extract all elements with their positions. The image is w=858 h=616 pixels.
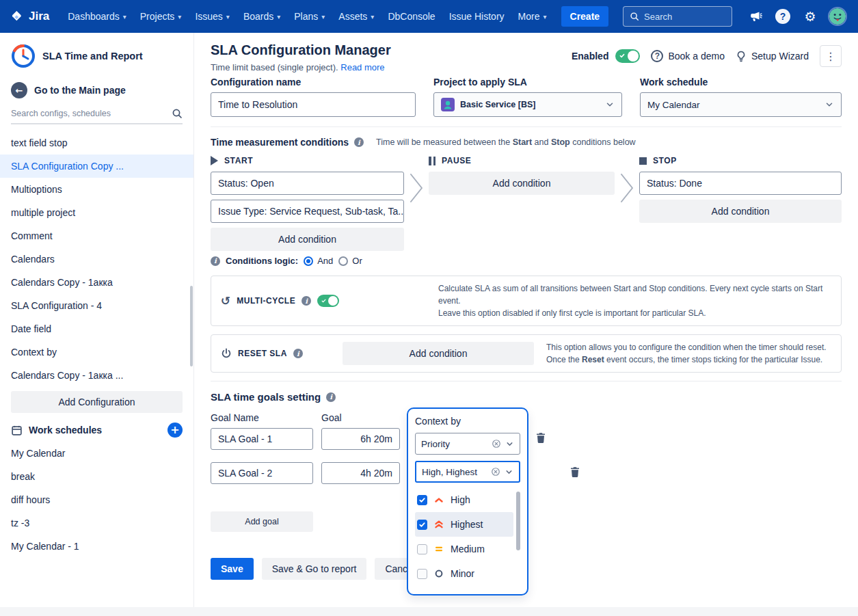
conditions-logic-label: Conditions logic:: [226, 256, 298, 266]
config-item[interactable]: text field stop: [0, 131, 193, 155]
context-values-select[interactable]: High, Highest: [415, 461, 520, 483]
goal-name-input[interactable]: [211, 428, 313, 450]
page-bottom-strip: [0, 607, 858, 616]
config-item[interactable]: Date field: [0, 317, 193, 340]
global-search[interactable]: [623, 6, 732, 27]
start-condition-chip[interactable]: Status: Open: [211, 172, 404, 195]
add-configuration-button[interactable]: Add Configuration: [11, 391, 183, 413]
dropdown-option-medium[interactable]: Medium: [415, 537, 513, 561]
add-condition-button-reset[interactable]: Add condition: [343, 342, 534, 365]
add-schedule-button[interactable]: [167, 423, 183, 438]
schedule-item[interactable]: My Calendar - 1: [0, 535, 193, 558]
book-a-demo-button[interactable]: Book a demo: [651, 50, 725, 62]
stop-condition-chip[interactable]: Status: Done: [639, 172, 842, 195]
back-to-main-button[interactable]: Go to the Main page: [0, 82, 193, 98]
checkbox-icon[interactable]: [417, 569, 427, 579]
add-condition-button-pause[interactable]: Add condition: [429, 172, 615, 195]
stop-icon: [639, 157, 647, 165]
create-button[interactable]: Create: [561, 6, 609, 27]
config-item-selected[interactable]: SLA Configuration Copy ...: [0, 155, 193, 178]
schedule-item[interactable]: diff hours: [0, 488, 193, 511]
checkbox-icon[interactable]: [417, 544, 427, 554]
project-select[interactable]: Basic Service [BS]: [433, 92, 622, 117]
enabled-toggle[interactable]: [615, 49, 640, 63]
help-button[interactable]: [772, 5, 794, 27]
start-condition-chip[interactable]: Issue Type: Service Request, Sub-task, T…: [211, 200, 404, 223]
dropdown-scrollbar[interactable]: [516, 492, 520, 550]
goals-title: SLA time goals setting: [211, 391, 321, 403]
multi-cycle-toggle[interactable]: [317, 295, 339, 307]
goal-name-header: Goal Name: [211, 412, 313, 423]
checkbox-icon[interactable]: [417, 495, 427, 505]
config-item[interactable]: Calendars Copy - 1акка ...: [0, 364, 193, 387]
priority-highest-icon: [433, 519, 444, 530]
nav-item-projects[interactable]: Projects: [134, 7, 188, 26]
settings-button[interactable]: [799, 5, 821, 27]
radio-and[interactable]: And: [304, 256, 333, 266]
nav-item-dashboards[interactable]: Dashboards: [62, 7, 133, 26]
config-item[interactable]: SLA Configuration - 4: [0, 294, 193, 317]
setup-wizard-button[interactable]: Setup Wizard: [736, 51, 809, 62]
goal-time-input[interactable]: [321, 428, 400, 450]
clear-icon[interactable]: [492, 439, 501, 448]
configuration-name-input[interactable]: [211, 92, 416, 117]
config-item[interactable]: Comment: [0, 224, 193, 247]
megaphone-icon: [749, 10, 762, 23]
info-icon[interactable]: [293, 349, 303, 358]
nav-item-issue-history[interactable]: Issue History: [443, 7, 511, 26]
dropdown-option-highest[interactable]: Highest: [415, 512, 513, 537]
info-icon[interactable]: [211, 256, 220, 266]
radio-selected-icon: [304, 256, 313, 266]
time-measurement-hint: Time will be measured between the Start …: [376, 137, 636, 147]
schedule-item[interactable]: break: [0, 465, 193, 488]
schedule-item[interactable]: tz -3: [0, 511, 193, 535]
nav-item-issues[interactable]: Issues: [189, 7, 236, 26]
jira-home-link[interactable]: Jira: [10, 10, 49, 24]
schedule-item[interactable]: My Calendar: [0, 442, 193, 465]
radio-or[interactable]: Or: [338, 256, 362, 266]
config-item[interactable]: Calendars: [0, 247, 193, 271]
config-item[interactable]: Context by: [0, 340, 193, 364]
nav-item-plans[interactable]: Plans: [288, 7, 331, 26]
checkbox-icon[interactable]: [417, 520, 427, 530]
goal-name-input[interactable]: [211, 462, 313, 484]
delete-goal-button[interactable]: [566, 463, 584, 481]
reset-sla-card: RESET SLA Add condition This option allo…: [211, 334, 842, 373]
project-value: Basic Service [BS]: [460, 100, 600, 109]
config-item[interactable]: Calendars Copy - 1акка: [0, 271, 193, 294]
work-schedule-select[interactable]: My Calendar: [640, 92, 842, 117]
nav-item-assets[interactable]: Assets: [332, 7, 380, 26]
nav-item-boards[interactable]: Boards: [237, 7, 286, 26]
more-actions-button[interactable]: [820, 45, 842, 67]
main-content: SLA Configuration Manager Time limit bas…: [194, 33, 858, 616]
info-icon[interactable]: [354, 137, 364, 147]
config-item[interactable]: multiple project: [0, 201, 193, 224]
save-button[interactable]: Save: [211, 558, 254, 580]
info-icon[interactable]: [326, 392, 336, 402]
context-field-select[interactable]: Priority: [415, 433, 520, 455]
add-goal-button[interactable]: Add goal: [211, 511, 313, 532]
add-condition-button-stop[interactable]: Add condition: [639, 200, 842, 223]
dropdown-option-high[interactable]: High: [415, 487, 513, 512]
profile-button[interactable]: [827, 5, 848, 27]
goal-time-input[interactable]: [321, 462, 400, 484]
delete-goal-button[interactable]: [532, 429, 550, 446]
page-title: SLA Configuration Manager: [211, 42, 391, 58]
pause-column: PAUSE Add condition: [429, 156, 615, 256]
announcements-button[interactable]: [745, 5, 766, 27]
config-item[interactable]: Multioptions: [0, 178, 193, 201]
sidebar-scrollbar[interactable]: [190, 286, 193, 366]
history-icon: [221, 295, 230, 307]
sidebar-search-input[interactable]: [11, 109, 172, 118]
save-go-report-button[interactable]: Save & Go to report: [262, 558, 367, 580]
top-nav: Jira Dashboards Projects Issues Boards P…: [0, 0, 858, 33]
dropdown-option-minor[interactable]: Minor: [415, 561, 513, 586]
global-search-input[interactable]: [644, 12, 719, 22]
add-condition-button-start[interactable]: Add condition: [211, 228, 404, 251]
clear-icon[interactable]: [491, 467, 500, 477]
info-icon[interactable]: [301, 296, 311, 306]
read-more-link[interactable]: Read more: [340, 62, 384, 72]
sidebar-search[interactable]: [11, 108, 183, 124]
nav-item-more[interactable]: More: [512, 7, 553, 26]
nav-item-dbconsole[interactable]: DbConsole: [381, 7, 441, 26]
